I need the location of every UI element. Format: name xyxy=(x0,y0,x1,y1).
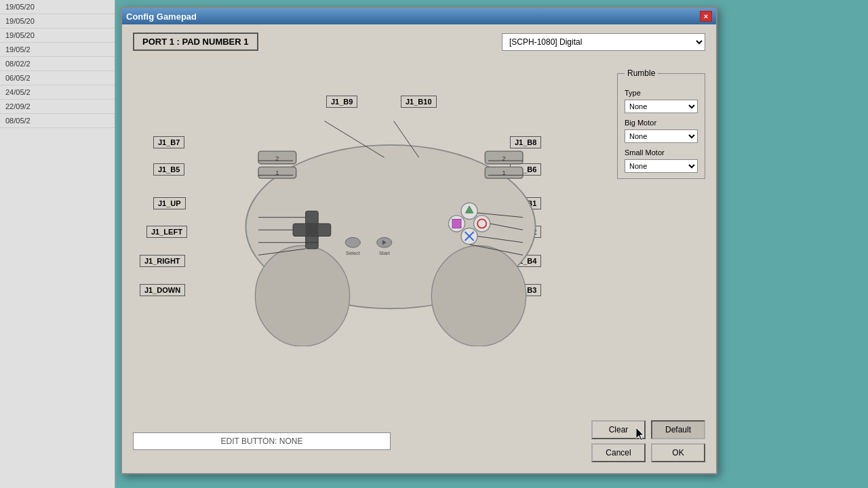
bottom-area: EDIT BUTTON: NONE Clear Default Cancel O… xyxy=(133,420,705,462)
svg-point-14 xyxy=(345,237,360,247)
list-item: 19/05/20 xyxy=(0,14,115,28)
svg-text:1: 1 xyxy=(502,169,506,176)
svg-text:Start: Start xyxy=(379,250,390,256)
port-label: PORT 1 : PAD NUMBER 1 xyxy=(133,33,258,51)
rumble-small-motor-label: Small Motor xyxy=(625,148,698,157)
bottom-button-row: Cancel OK xyxy=(591,443,705,462)
rumble-big-motor-label: Big Motor xyxy=(625,119,698,127)
controller-svg: 2 1 2 1 Select xyxy=(201,82,580,346)
j1b5-label[interactable]: J1_B5 xyxy=(153,163,184,176)
svg-text:2: 2 xyxy=(275,155,279,162)
config-gamepad-dialog: Config Gamepad × PORT 1 : PAD NUMBER 1 [… xyxy=(121,7,717,474)
j1b7-label[interactable]: J1_B7 xyxy=(153,136,184,148)
j1right-label[interactable]: J1_RIGHT xyxy=(140,255,185,267)
list-item: 08/02/2 xyxy=(0,57,115,71)
j1left-label[interactable]: J1_LEFT xyxy=(146,226,187,238)
svg-text:1: 1 xyxy=(275,169,279,176)
list-item: 19/05/20 xyxy=(0,28,115,43)
close-button[interactable]: × xyxy=(700,11,712,22)
j1down-label[interactable]: J1_DOWN xyxy=(140,284,185,296)
svg-point-2 xyxy=(431,245,526,346)
ok-button[interactable]: OK xyxy=(651,443,705,462)
rumble-panel: Rumble Type None Big Motor None Small Mo… xyxy=(617,68,705,179)
svg-text:Select: Select xyxy=(346,250,360,256)
svg-text:2: 2 xyxy=(502,155,506,162)
list-item: 22/09/2 xyxy=(0,100,115,114)
top-row: PORT 1 : PAD NUMBER 1 [SCPH-1080] Digita… xyxy=(133,33,705,51)
dialog-buttons: Clear Default Cancel OK xyxy=(591,420,705,462)
titlebar: Config Gamepad × xyxy=(122,8,716,24)
rumble-panel-wrapper: Rumble Type None Big Motor None Small Mo… xyxy=(617,68,705,414)
top-button-row: Clear Default xyxy=(591,420,705,439)
svg-point-23 xyxy=(474,216,490,232)
background-list: 19/05/20 19/05/20 19/05/20 19/05/2 08/02… xyxy=(0,0,115,488)
list-item: 06/05/2 xyxy=(0,71,115,85)
svg-rect-13 xyxy=(306,224,319,237)
device-select-wrapper: [SCPH-1080] Digital xyxy=(502,33,705,51)
rumble-big-motor-select[interactable]: None xyxy=(625,129,698,143)
default-button[interactable]: Default xyxy=(651,420,705,439)
edit-button-display: EDIT BUTTON: NONE xyxy=(133,432,391,450)
list-item: 24/05/2 xyxy=(0,85,115,100)
rumble-type-label: Type xyxy=(625,89,698,97)
clear-button[interactable]: Clear xyxy=(591,420,646,439)
list-item: 08/05/2 xyxy=(0,114,115,128)
dialog-title: Config Gamepad xyxy=(126,12,197,22)
main-content: J1_B9 J1_B10 J1_B7 J1_B5 J1_UP J1_LEFT J… xyxy=(133,62,705,414)
svg-point-1 xyxy=(255,245,349,346)
gamepad-area: J1_B9 J1_B10 J1_B7 J1_B5 J1_UP J1_LEFT J… xyxy=(133,62,609,414)
cancel-button[interactable]: Cancel xyxy=(591,443,646,462)
j1up-label[interactable]: J1_UP xyxy=(153,197,186,209)
rumble-legend: Rumble xyxy=(625,68,658,78)
list-item: 19/05/2 xyxy=(0,43,115,57)
rumble-type-select[interactable]: None xyxy=(625,100,698,113)
svg-rect-22 xyxy=(452,219,461,228)
dialog-body: PORT 1 : PAD NUMBER 1 [SCPH-1080] Digita… xyxy=(122,24,716,473)
list-item: 19/05/20 xyxy=(0,0,115,14)
device-select[interactable]: [SCPH-1080] Digital xyxy=(502,33,705,51)
rumble-small-motor-select[interactable]: None xyxy=(625,159,698,173)
